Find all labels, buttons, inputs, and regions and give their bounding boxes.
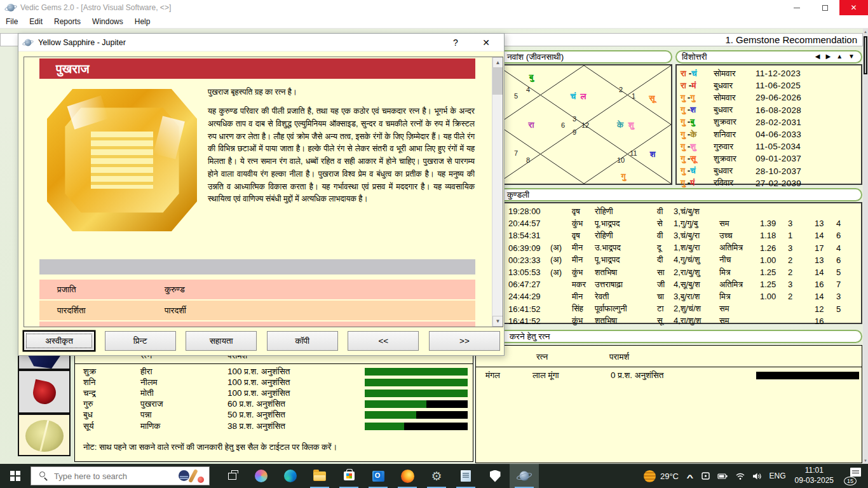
taskbar-defender[interactable] [480,464,510,488]
scroll-down-icon[interactable]: ▼ [863,459,868,463]
gem-advice-row[interactable]: गुरु पुखराज 60 प्र.श. अनुशंसित [83,399,471,410]
dialog-scrollbar[interactable]: ▲ ▼ [492,57,503,327]
taskbar-vedic-gems[interactable] [510,464,539,488]
cell-gem: हीरा [140,367,227,377]
taskbar-firefox[interactable] [393,464,422,488]
gem-advice-row[interactable]: मंगल लाल मूंगा 0 प्र.श. अनुशंसित [485,370,860,381]
taskbar-store[interactable] [334,464,363,488]
next-button[interactable]: >> [429,331,500,351]
kundali-row[interactable]: 18:54:31 वृष रोहिणी वी 3,चं/बु/रा उच्च 1… [497,229,861,241]
help-button[interactable]: सहायता [186,331,257,351]
battery-icon[interactable] [717,472,728,480]
taskbar-file-explorer[interactable] [305,464,334,488]
dasha-row[interactable]: रा -चं सोमवार 11-12-2023 [677,67,861,79]
gem-advice-row[interactable]: सूर्य माणिक 38 प्र.श. अनुशंसित [83,421,471,431]
kundali-row[interactable]: 16:41:52 सिंह पूर्वाफाल्गुनी टा 2,शु/चं/… [497,303,861,315]
dasha-row[interactable]: गु -सू शुक्रवार 09-01-2037 [677,152,861,165]
menu-file[interactable]: File [0,17,24,26]
menu-windows[interactable]: Windows [86,17,129,26]
dasha-planets: रा -मं [681,81,714,91]
taskbar-notepad[interactable] [451,464,480,488]
search-input[interactable] [54,471,175,481]
weather-widget[interactable]: 29°C [644,470,679,482]
taskbar-copilot[interactable] [247,464,276,488]
notepad-icon [461,470,471,482]
cell-ratio: 1.26 [760,243,788,253]
dasha-row[interactable]: गु -चं बुधवार 28-10-2037 [677,165,861,177]
cell-pada: 1,गु/गु/बु [674,219,719,229]
down-arrow-icon[interactable]: ▼ [848,53,855,60]
menu-edit[interactable]: Edit [24,17,48,26]
tray-expand-chevron-icon[interactable]: ^ [686,473,693,482]
gem-advice-row[interactable]: चन्द्र मोती 100 प्र.श. अनुशंसित [83,388,471,398]
wifi-icon[interactable] [735,472,745,480]
vimshottari-panel-title[interactable]: विंशोत्तरी ◀ ▶ ▲ ▼ [675,50,862,64]
column-header-advice: परामर्श [609,352,629,362]
language-indicator[interactable]: ENG [770,471,786,480]
dasha-row[interactable]: गु -के शनिवार 04-06-2033 [677,128,861,140]
taskbar-edge[interactable] [276,464,305,488]
scroll-thumb[interactable] [864,36,867,74]
close-button[interactable]: ✕ [839,0,868,15]
teams-icon[interactable] [701,471,710,480]
kundali-row[interactable]: 00:23:33 (अ) मीन पू.भाद्रपद दी 4,गु/चं/श… [497,254,861,266]
cell-n3: 5 [836,304,841,314]
cell-time: 06:39:09 [508,243,550,253]
gem-advice-row[interactable]: बुध पन्ना 50 प्र.श. अनुशंसित [83,410,471,421]
vimshottari-table: रा -चं सोमवार 11-12-2023 रा -मं बुधवार 1… [675,64,862,185]
kundali-panel-title[interactable]: कुण्डली [496,188,862,201]
dasha-row[interactable]: गु -मं रविवार 27-02-2039 [677,177,861,189]
kundali-row[interactable]: 16:41:52 कुंभ शतभिषा सू 4,रा/शु/श सम 16 [497,315,861,327]
kundali-row[interactable]: 24:44:29 मीन रेवती चा 3,बु/रा/श मित्र 1.… [497,290,861,302]
menu-reports[interactable]: Reports [48,17,86,26]
cell-time: 13:05:53 [508,268,550,277]
next-arrow-icon[interactable]: ▶ [825,53,831,60]
menu-help[interactable]: Help [129,17,156,26]
planet-mark: बु [529,72,534,83]
maximize-button[interactable] [811,0,839,15]
dasha-row[interactable]: गु -बु शुक्रवार 28-02-2031 [677,116,861,128]
kundali-row[interactable]: 06:47:27 मकर उत्तराषाढ़ा जी 4,सू/बु/श अत… [497,278,861,290]
taskbar-settings[interactable]: ⚙ [422,464,451,488]
prev-button[interactable]: << [348,331,419,351]
gem-thumbnail-cats-eye[interactable] [18,414,71,456]
up-arrow-icon[interactable]: ▲ [836,53,843,60]
vimshottari-title-text: विंशोत्तरी [682,52,707,62]
gem-thumbnail-red-gem[interactable] [18,370,71,414]
kundali-row[interactable]: 19:28:00 वृष रोहिणी वी 3,चं/बु/श [497,205,861,217]
cell-dignity: सम [719,316,760,326]
speaker-icon[interactable] [752,472,763,480]
start-button[interactable] [0,464,31,488]
task-view-button[interactable] [217,464,247,488]
dasha-row[interactable]: रा -मं बुधवार 11-06-2025 [677,79,861,92]
kundali-row[interactable]: 13:05:53 (अ) कुंभ शतभिषा सा 2,रा/बु/शु म… [497,266,861,278]
dialog-help-button[interactable]: ? [443,34,468,51]
reject-button[interactable]: अस्वीकृत [24,331,95,351]
gem-advice-row[interactable]: शनि नीलम 100 प्र.श. अनुशंसित [83,377,471,388]
dasha-row[interactable]: गु -गु सोमवार 29-06-2026 [677,92,861,104]
main-scrollbar[interactable]: ▲ ▼ [863,29,868,464]
gem-advice-row[interactable]: शुक्र हीरा 100 प्र.श. अनुशंसित [83,366,471,377]
scroll-down-icon[interactable]: ▼ [492,316,503,327]
scroll-up-icon[interactable]: ▲ [492,57,503,68]
print-button[interactable]: प्रिन्ट [105,331,176,351]
property-label: वर्ण [39,327,165,328]
dasha-row[interactable]: गु -श बुधवार 16-08-2028 [677,104,861,116]
taskbar-clock[interactable]: 11:01 09-03-2025 [795,466,834,485]
cricket-search-highlight-icon[interactable] [179,468,207,485]
taskbar-search[interactable] [31,466,210,485]
copy-button[interactable]: कॉपी [267,331,338,351]
scroll-up-icon[interactable]: ▲ [863,30,868,34]
dasha-row[interactable]: गु -शु गुरुवार 11-05-2034 [677,140,861,152]
kundali-row[interactable]: 06:39:09 (अ) मीन उ.भाद्रपद दू 1,श/बु/रा … [497,242,861,254]
notification-center-button[interactable]: 15 [844,466,863,485]
scroll-thumb[interactable] [492,68,503,95]
minimize-button[interactable] [782,0,811,15]
taskbar-outlook[interactable] [363,464,393,488]
prev-arrow-icon[interactable]: ◀ [815,53,820,60]
gems-avoid-panel-title[interactable]: करने हेतु रत्न [475,330,862,343]
header-divider [75,363,473,364]
kundali-row[interactable]: 20:44:57 कुंभ पू.भाद्रपद से 1,गु/गु/बु स… [497,217,861,229]
navamsa-panel-title[interactable]: नवांश (जीवनसाथी) [496,50,672,64]
dialog-close-button[interactable]: ✕ [473,34,499,51]
